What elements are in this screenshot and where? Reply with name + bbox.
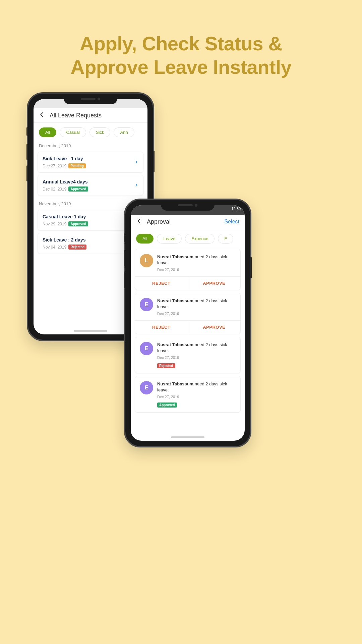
approve-button[interactable]: APPROVE <box>188 277 241 290</box>
approval-card[interactable]: ENusrat Tabassum need 2 days sick leave.… <box>135 293 241 334</box>
leave-title: Annual Leave4 days <box>43 179 134 184</box>
chevron-right-icon <box>134 159 138 165</box>
home-indicator <box>171 436 204 438</box>
status-badge: Rejected <box>68 245 86 250</box>
app-header: Approval Select <box>131 215 245 229</box>
approval-card[interactable]: ENusrat Tabassum need 2 days sick leave.… <box>135 337 241 373</box>
status-badge: Approved <box>68 186 88 192</box>
approval-card[interactable]: ENusrat Tabassum need 2 days sick leave.… <box>135 376 241 413</box>
approval-date: Dec 27, 2019 <box>157 356 236 360</box>
status-badge: Approved <box>157 402 177 408</box>
select-button[interactable]: Select <box>225 219 239 225</box>
filter-pill-f[interactable]: F <box>218 234 233 244</box>
approval-text: Nusrat Tabassum need 2 days sick leave. <box>157 298 236 310</box>
page-title: All Leave Requests <box>50 112 102 119</box>
approval-text: Nusrat Tabassum need 2 days sick leave. <box>157 342 236 354</box>
avatar: E <box>140 342 153 355</box>
reject-button[interactable]: REJECT <box>135 321 188 334</box>
avatar: E <box>140 298 153 311</box>
home-indicator <box>74 330 107 332</box>
app-header: All Leave Requests <box>34 108 147 123</box>
page-title: Approval <box>147 218 171 225</box>
filter-pill-casual[interactable]: Casual <box>60 127 86 137</box>
status-badge: Approved <box>68 221 88 226</box>
approval-date: Dec 27, 2019 <box>157 395 236 399</box>
reject-button[interactable]: REJECT <box>135 277 188 290</box>
avatar: E <box>140 381 153 394</box>
back-icon[interactable] <box>39 112 45 119</box>
approval-date: Dec 27, 2019 <box>157 268 236 272</box>
phone-mockup-approval: 12:30 Approval Select AllLeaveExpenceF L… <box>124 199 251 447</box>
approve-button[interactable]: APPROVE <box>188 321 241 334</box>
approval-text: Nusrat Tabassum need 2 days sick leave. <box>157 381 236 393</box>
filter-tabs: AllCasualSickAnn <box>34 123 147 140</box>
leave-subtitle: Dec 02, 2019Approved <box>43 186 134 192</box>
filter-pill-ann[interactable]: Ann <box>114 127 134 137</box>
filter-tabs: AllLeaveExpenceF <box>131 229 245 246</box>
status-badge: Rejected <box>157 363 175 368</box>
filter-pill-leave[interactable]: Leave <box>157 234 181 244</box>
filter-pill-all[interactable]: All <box>136 234 154 244</box>
approval-text: Nusrat Tabassum need 2 days sick leave. <box>157 254 236 266</box>
status-badge: Pending <box>68 163 85 168</box>
approval-card[interactable]: LNusrat Tabassum need 2 days sick leave.… <box>135 249 241 290</box>
hero-title: Apply, Check Status & Approve Leave Inst… <box>0 32 362 78</box>
back-icon[interactable] <box>136 218 142 225</box>
section-label: December, 2019 <box>34 140 147 150</box>
leave-card[interactable]: Sick Leave : 1 dayDec 27, 2019Pending <box>38 152 143 173</box>
filter-pill-sick[interactable]: Sick <box>89 127 111 137</box>
status-time: 12:30 <box>231 207 241 211</box>
filter-pill-all[interactable]: All <box>39 127 56 137</box>
approval-date: Dec 27, 2019 <box>157 312 236 316</box>
chevron-right-icon <box>134 182 138 189</box>
avatar: L <box>140 254 153 267</box>
filter-pill-expence[interactable]: Expence <box>185 234 215 244</box>
leave-title: Sick Leave : 1 day <box>43 156 134 161</box>
leave-subtitle: Dec 27, 2019Pending <box>43 163 134 168</box>
leave-card[interactable]: Annual Leave4 daysDec 02, 2019Approved <box>38 175 143 196</box>
